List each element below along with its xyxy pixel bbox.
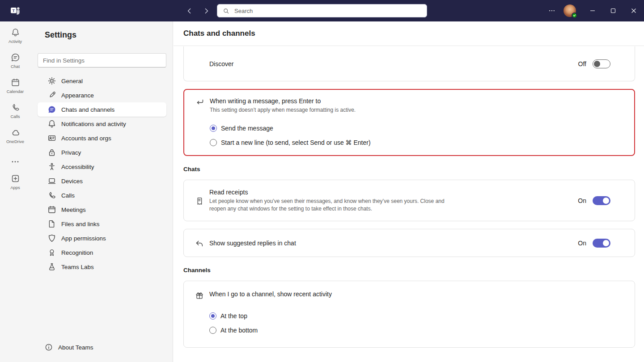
more-dots-icon	[548, 7, 555, 14]
beaker-icon	[47, 262, 56, 271]
minimize-button[interactable]	[582, 0, 603, 21]
maximize-button[interactable]	[603, 0, 623, 21]
shield-icon	[47, 234, 56, 243]
rail-item-apps[interactable]: Apps	[0, 174, 30, 190]
rail-item-label: Activity	[8, 39, 22, 44]
svg-text:T: T	[13, 8, 15, 13]
suggested-replies-toggle[interactable]	[593, 239, 610, 248]
rail-item-chat[interactable]: Chat	[0, 53, 30, 69]
phone-icon	[47, 191, 56, 200]
sidebar-item-label: General	[61, 78, 83, 84]
sidebar-item-devices[interactable]: Devices	[38, 174, 166, 188]
about-teams-label: About Teams	[58, 344, 93, 351]
search-icon	[223, 8, 229, 14]
discover-card: Discover Off	[183, 46, 635, 81]
sidebar-item-accessibility[interactable]: Accessibility	[38, 160, 166, 174]
sidebar-item-appearance[interactable]: Appearance	[38, 88, 166, 102]
radio-selected-icon	[209, 312, 216, 320]
sidebar-item-accounts[interactable]: Accounts and orgs	[38, 131, 166, 145]
about-teams[interactable]: About Teams	[45, 343, 93, 351]
rail-item-calls[interactable]: Calls	[0, 103, 30, 119]
sidebar-item-label: Privacy	[61, 149, 81, 156]
read-receipts-toggle[interactable]	[593, 196, 610, 205]
discover-label: Discover	[209, 60, 233, 68]
radio-label: Start a new line (to send, select Send o…	[221, 139, 371, 146]
chat-bubble-icon	[11, 53, 20, 62]
sidebar-item-general[interactable]: General	[38, 74, 166, 88]
sidebar-item-label: Notifications and activity	[61, 121, 126, 127]
close-icon	[631, 8, 636, 13]
toggle-knob	[594, 61, 600, 67]
sidebar-item-teams-labs[interactable]: Teams Labs	[38, 260, 166, 274]
radio-send-the-message[interactable]: Send the message	[210, 125, 610, 132]
settings-title: Settings	[45, 30, 173, 40]
minimize-icon	[590, 8, 595, 13]
sidebar-item-meetings[interactable]: Meetings	[38, 202, 166, 217]
more-dots-icon	[11, 157, 20, 167]
search-input[interactable]	[233, 7, 421, 15]
sidebar-item-notifications[interactable]: Notifications and activity	[38, 117, 166, 131]
channel-activity-card: When I go to a channel, show recent acti…	[183, 281, 635, 348]
back-button[interactable]	[183, 5, 195, 17]
radio-start-new-line[interactable]: Start a new line (to send, select Send o…	[210, 139, 610, 146]
avatar[interactable]	[564, 4, 576, 17]
rail-item-onedrive[interactable]: OneDrive	[0, 128, 30, 144]
sidebar-item-label: Teams Labs	[61, 264, 94, 270]
reply-arrow-icon	[195, 239, 204, 248]
calendar-icon	[47, 205, 56, 214]
sidebar-item-label: Meetings	[61, 206, 86, 213]
more-options-button[interactable]	[543, 0, 561, 21]
rail-item-calendar[interactable]: Calendar	[0, 78, 30, 94]
sidebar-item-label: Files and links	[61, 221, 100, 227]
sidebar-item-recognition[interactable]: Recognition	[38, 245, 166, 260]
sidebar-item-label: Accounts and orgs	[61, 135, 111, 142]
rail-item-activity[interactable]: Activity	[0, 28, 30, 44]
sidebar-item-chats-and-channels[interactable]: Chats and channels	[38, 102, 166, 117]
calendar-icon	[11, 78, 20, 87]
channel-activity-title: When I go to a channel, show recent acti…	[209, 290, 610, 298]
radio-selected-icon	[210, 125, 217, 132]
rail-item-label: Calls	[10, 114, 20, 119]
laptop-icon	[47, 177, 56, 185]
read-receipts-card: Read receipts Let people know when you’v…	[183, 180, 635, 221]
read-receipts-state-label: On	[578, 197, 586, 204]
ribbon-icon	[47, 248, 56, 257]
settings-search-input[interactable]	[38, 53, 166, 67]
sidebar-item-app-permissions[interactable]: App permissions	[38, 231, 166, 245]
toggle-knob	[603, 240, 609, 246]
radio-unselected-icon	[210, 139, 217, 146]
main-header: Chats and channels	[174, 21, 644, 46]
radio-at-the-bottom[interactable]: At the bottom	[209, 327, 610, 334]
radio-at-the-top[interactable]: At the top	[209, 312, 610, 320]
forward-button[interactable]	[200, 5, 212, 17]
rail-item-label: Chat	[11, 64, 20, 69]
phone-icon	[11, 103, 20, 112]
chevron-left-icon	[186, 7, 193, 15]
rail-more-button[interactable]	[0, 157, 30, 167]
enter-key-icon	[195, 98, 204, 107]
titlebar: T	[0, 0, 644, 21]
presence-available-icon	[572, 13, 577, 18]
activity-bell-icon	[11, 28, 20, 37]
teams-logo-icon: T	[10, 5, 21, 17]
sidebar-item-label: Recognition	[61, 249, 93, 256]
settings-main: Chats and channels Discover Off When wri…	[174, 21, 644, 362]
receipt-icon	[195, 197, 204, 206]
sidebar-item-files-and-links[interactable]: Files and links	[38, 217, 166, 231]
cloud-icon	[11, 128, 20, 137]
sidebar-item-privacy[interactable]: Privacy	[38, 145, 166, 160]
maximize-icon	[610, 8, 616, 13]
close-button[interactable]	[623, 0, 644, 21]
enter-setting-title: When writing a message, press Enter to	[210, 97, 610, 105]
paintbrush-icon	[47, 91, 56, 100]
bell-icon	[47, 119, 56, 128]
sidebar-item-calls[interactable]: Calls	[38, 188, 166, 202]
accessibility-icon	[47, 162, 56, 171]
sidebar-item-label: Appearance	[61, 92, 94, 99]
suggested-replies-title: Show suggested replies in chat	[209, 239, 578, 247]
global-search[interactable]	[217, 4, 427, 17]
apps-icon	[11, 174, 20, 183]
discover-toggle[interactable]	[593, 59, 610, 68]
chats-section-heading: Chats	[183, 166, 635, 173]
radio-label: At the top	[220, 312, 247, 320]
